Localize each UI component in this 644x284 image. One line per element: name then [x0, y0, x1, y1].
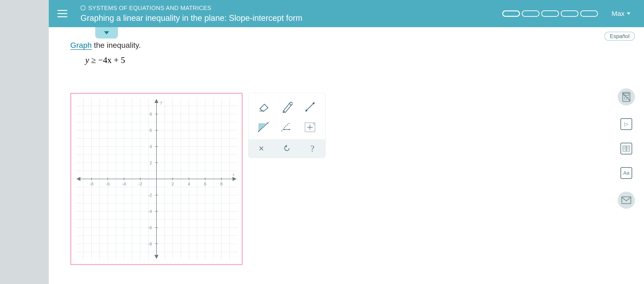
svg-marker-41 [155, 255, 158, 259]
svg-text:6: 6 [150, 128, 152, 133]
shade-dashed-icon [280, 122, 294, 133]
eraser-icon [258, 102, 270, 112]
coordinate-plane[interactable]: -8-6-4-22468 8642-2-4-6-8 x y [75, 98, 238, 260]
svg-point-95 [628, 97, 628, 98]
book-icon [622, 145, 630, 152]
left-gutter [0, 0, 49, 284]
shade-solid-icon [257, 122, 270, 133]
side-tool-rail: ▷ Aa [618, 88, 635, 209]
svg-marker-84 [289, 129, 290, 130]
play-icon: ▷ [624, 121, 628, 127]
calculator-icon [622, 92, 631, 102]
line-tool[interactable] [302, 99, 318, 115]
svg-line-76 [306, 103, 314, 111]
svg-text:-8: -8 [148, 242, 152, 246]
question-block: Graph the inequality. y ≥ −4x + 5 [70, 41, 141, 65]
svg-text:x: x [232, 172, 235, 177]
progress-pill [561, 10, 578, 17]
user-menu[interactable]: Max [612, 10, 630, 17]
breadcrumb: SYSTEMS OF EQUATIONS AND MATRICES [80, 4, 502, 11]
svg-text:×: × [313, 123, 315, 126]
help-button[interactable]: ? [306, 142, 319, 155]
app-header: SYSTEMS OF EQUATIONS AND MATRICES Graphi… [49, 0, 644, 27]
svg-text:-2: -2 [148, 193, 152, 198]
svg-point-93 [624, 97, 625, 98]
svg-marker-85 [284, 129, 285, 130]
reference-button[interactable] [620, 143, 632, 154]
calculator-button[interactable] [618, 88, 635, 106]
pencil-icon [281, 101, 292, 113]
user-name: Max [612, 10, 624, 17]
question-formula: y ≥ −4x + 5 [85, 55, 141, 65]
caret-down-icon [104, 31, 109, 34]
svg-text:4: 4 [188, 181, 190, 186]
pencil-tool[interactable] [279, 99, 295, 115]
menu-button[interactable] [49, 10, 76, 17]
text-size-icon: Aa [623, 170, 630, 176]
graph-container: -8-6-4-22468 8642-2-4-6-8 x y [70, 93, 243, 265]
svg-marker-39 [77, 177, 80, 181]
language-button[interactable]: Español [604, 32, 635, 41]
topic-title: Graphing a linear inequality in the plan… [80, 13, 502, 23]
svg-text:-6: -6 [106, 181, 110, 186]
x-icon: × [259, 143, 264, 154]
svg-text:-2: -2 [138, 181, 142, 186]
svg-text:2: 2 [150, 160, 152, 165]
svg-marker-38 [233, 177, 236, 181]
drawing-tool-panel: × × ? [248, 93, 326, 158]
breadcrumb-text: SYSTEMS OF EQUATIONS AND MATRICES [88, 4, 211, 11]
svg-rect-101 [627, 146, 630, 151]
play-button[interactable]: ▷ [620, 118, 632, 130]
tool-footer: × ? [248, 139, 325, 157]
progress-indicator [502, 10, 598, 17]
line-icon [304, 101, 316, 113]
breadcrumb-icon [80, 5, 86, 10]
svg-point-97 [626, 98, 627, 99]
progress-pill [522, 10, 540, 17]
svg-line-99 [622, 93, 630, 101]
clear-button[interactable]: × [254, 142, 268, 155]
progress-pill [541, 10, 559, 17]
eraser-tool[interactable] [256, 99, 272, 115]
svg-marker-40 [155, 99, 158, 103]
svg-text:y: y [160, 99, 162, 104]
svg-rect-100 [623, 146, 626, 151]
text-size-button[interactable]: Aa [620, 167, 632, 179]
progress-pill [502, 10, 520, 17]
svg-point-96 [624, 98, 625, 99]
grid-point-tool[interactable]: × [302, 119, 318, 135]
grid-point-icon: × [304, 122, 316, 133]
progress-pill [580, 10, 598, 17]
svg-text:6: 6 [204, 181, 206, 186]
svg-text:-8: -8 [90, 181, 94, 186]
svg-text:-6: -6 [148, 225, 152, 230]
shade-solid-tool[interactable] [256, 119, 272, 135]
svg-text:2: 2 [172, 181, 174, 186]
svg-text:8: 8 [150, 112, 152, 117]
svg-rect-108 [622, 197, 631, 204]
graph-term-link[interactable]: Graph [70, 41, 92, 50]
graph-panel[interactable]: -8-6-4-22468 8642-2-4-6-8 x y [70, 93, 243, 265]
envelope-icon [621, 196, 631, 204]
undo-icon [283, 144, 291, 152]
svg-text:-4: -4 [122, 181, 126, 186]
undo-button[interactable] [280, 142, 294, 155]
instruction-text: the inequality. [92, 41, 141, 49]
hamburger-icon [57, 10, 67, 17]
hint-dropdown-tab[interactable] [95, 27, 118, 38]
question-instruction: Graph the inequality. [70, 41, 141, 50]
svg-text:4: 4 [150, 144, 152, 149]
message-button[interactable] [618, 192, 635, 209]
svg-text:8: 8 [220, 181, 223, 186]
header-title-block: SYSTEMS OF EQUATIONS AND MATRICES Graphi… [76, 4, 502, 23]
svg-marker-79 [258, 123, 266, 131]
question-icon: ? [310, 143, 314, 154]
caret-down-icon [627, 12, 630, 15]
shade-dashed-tool[interactable] [279, 119, 295, 135]
svg-text:-4: -4 [148, 209, 152, 214]
content-area: Español Graph the inequality. y ≥ −4x + … [49, 27, 644, 284]
